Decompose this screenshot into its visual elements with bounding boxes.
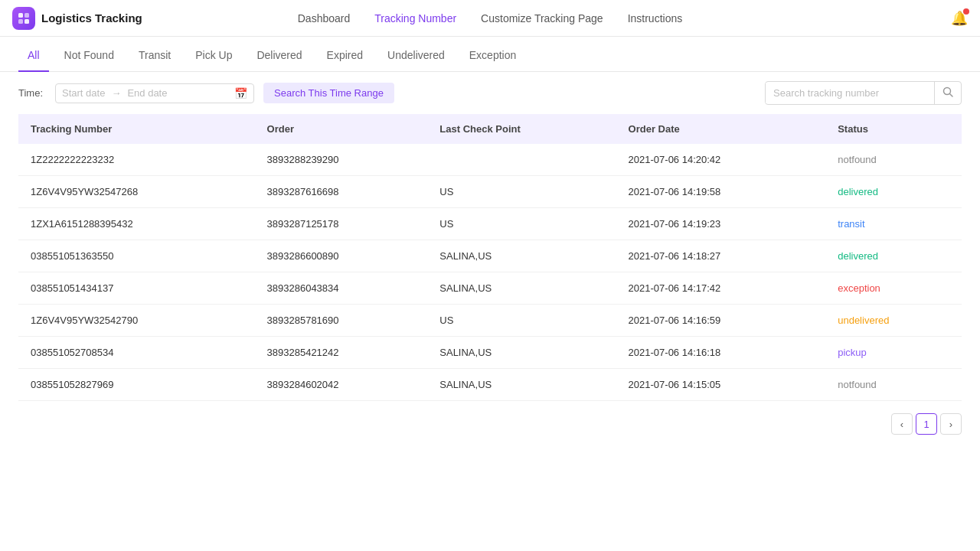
- svg-rect-1: [24, 13, 29, 18]
- cell-order: 3893287125178: [255, 208, 428, 240]
- cell-tracking-number: 1Z2222222223232: [18, 144, 255, 176]
- nav-customize[interactable]: Customize Tracking Page: [481, 12, 603, 24]
- svg-rect-0: [18, 13, 23, 18]
- nav-tracking-number[interactable]: Tracking Number: [374, 12, 456, 24]
- search-box: [765, 81, 962, 105]
- cell-tracking-number: 038551051363550: [18, 240, 255, 272]
- cell-order: 3893286600890: [255, 240, 428, 272]
- app-logo-icon: [12, 7, 35, 30]
- cell-tracking-number: 038551051434137: [18, 272, 255, 305]
- nav-instructions[interactable]: Instructions: [628, 12, 683, 24]
- cell-order-date: 2021-07-06 14:16:59: [616, 305, 826, 337]
- tab-pickup[interactable]: Pick Up: [186, 37, 241, 72]
- cell-order: 3893286043834: [255, 272, 428, 305]
- tab-transit[interactable]: Transit: [129, 37, 180, 72]
- col-tracking-number: Tracking Number: [18, 114, 255, 144]
- cell-tracking-number: 1Z6V4V95YW32547268: [18, 176, 255, 208]
- table-row[interactable]: 1Z222222222323238932882392902021-07-06 1…: [18, 144, 962, 176]
- toolbar: Time: Start date → End date 📅 Search Thi…: [0, 72, 980, 114]
- cell-last-check-point: US: [427, 208, 616, 240]
- search-time-range-button[interactable]: Search This Time Range: [263, 83, 394, 103]
- col-last-check-point: Last Check Point: [427, 114, 616, 144]
- svg-line-5: [950, 94, 953, 97]
- notification-bell[interactable]: 🔔: [951, 10, 968, 27]
- tab-undelivered[interactable]: Undelivered: [378, 37, 454, 72]
- table-header-row: Tracking Number Order Last Check Point O…: [18, 114, 962, 144]
- date-separator: →: [111, 87, 121, 99]
- cell-status: exception: [825, 272, 962, 305]
- col-order: Order: [255, 114, 428, 144]
- logo-area: Logistics Tracking: [12, 7, 165, 30]
- app-title: Logistics Tracking: [41, 11, 142, 24]
- cell-last-check-point: SALINA,US: [427, 337, 616, 369]
- cell-tracking-number: 038551052708534: [18, 337, 255, 369]
- col-status: Status: [825, 114, 962, 144]
- main-content: All Not Found Transit Pick Up Delivered …: [0, 37, 980, 551]
- cell-status: pickup: [825, 337, 962, 369]
- pagination-next[interactable]: ›: [940, 413, 962, 435]
- cell-order-date: 2021-07-06 14:15:05: [616, 369, 826, 401]
- cell-order-date: 2021-07-06 14:18:27: [616, 240, 826, 272]
- tab-exception[interactable]: Exception: [460, 37, 525, 72]
- table-row[interactable]: 0385510528279693893284602042SALINA,US202…: [18, 369, 962, 401]
- tab-all[interactable]: All: [18, 37, 49, 72]
- col-order-date: Order Date: [616, 114, 826, 144]
- tab-expired[interactable]: Expired: [318, 37, 372, 72]
- cell-order: 3893284602042: [255, 369, 428, 401]
- filter-tabs: All Not Found Transit Pick Up Delivered …: [0, 37, 980, 72]
- tracking-table: Tracking Number Order Last Check Point O…: [18, 114, 962, 401]
- search-input[interactable]: [766, 83, 934, 103]
- table-row[interactable]: 1Z6V4V95YW325427903893285781690US2021-07…: [18, 305, 962, 337]
- start-date-placeholder: Start date: [62, 87, 105, 99]
- table-row[interactable]: 0385510527085343893285421242SALINA,US202…: [18, 337, 962, 369]
- tab-delivered[interactable]: Delivered: [247, 37, 311, 72]
- cell-last-check-point: [427, 144, 616, 176]
- calendar-icon: 📅: [234, 87, 247, 99]
- tab-notfound[interactable]: Not Found: [55, 37, 123, 72]
- cell-last-check-point: SALINA,US: [427, 272, 616, 305]
- table-row[interactable]: 1Z6V4V95YW325472683893287616698US2021-07…: [18, 176, 962, 208]
- cell-order-date: 2021-07-06 14:16:18: [616, 337, 826, 369]
- cell-last-check-point: US: [427, 176, 616, 208]
- cell-status: delivered: [825, 176, 962, 208]
- cell-status: transit: [825, 208, 962, 240]
- pagination-page-1[interactable]: 1: [916, 413, 937, 435]
- cell-order-date: 2021-07-06 14:19:23: [616, 208, 826, 240]
- svg-rect-2: [18, 19, 23, 24]
- table-row[interactable]: 0385510514341373893286043834SALINA,US202…: [18, 272, 962, 305]
- search-button[interactable]: [934, 82, 961, 104]
- svg-rect-3: [24, 19, 29, 24]
- time-label: Time:: [18, 87, 43, 99]
- cell-last-check-point: SALINA,US: [427, 369, 616, 401]
- cell-tracking-number: 1ZX1A6151288395432: [18, 208, 255, 240]
- notification-dot: [963, 8, 969, 15]
- cell-status: notfound: [825, 369, 962, 401]
- cell-last-check-point: US: [427, 305, 616, 337]
- cell-status: notfound: [825, 144, 962, 176]
- cell-order: 3893287616698: [255, 176, 428, 208]
- cell-status: delivered: [825, 240, 962, 272]
- table-container: Tracking Number Order Last Check Point O…: [0, 114, 980, 401]
- cell-last-check-point: SALINA,US: [427, 240, 616, 272]
- cell-order-date: 2021-07-06 14:17:42: [616, 272, 826, 305]
- table-row[interactable]: 1ZX1A61512883954323893287125178US2021-07…: [18, 208, 962, 240]
- cell-status: undelivered: [825, 305, 962, 337]
- main-nav: Dashboard Tracking Number Customize Trac…: [165, 12, 815, 24]
- nav-dashboard[interactable]: Dashboard: [298, 12, 351, 24]
- cell-order: 3893285421242: [255, 337, 428, 369]
- table-row[interactable]: 0385510513635503893286600890SALINA,US202…: [18, 240, 962, 272]
- pagination-prev[interactable]: ‹: [891, 413, 913, 435]
- pagination: ‹ 1 ›: [0, 401, 980, 447]
- cell-order-date: 2021-07-06 14:20:42: [616, 144, 826, 176]
- date-range-picker[interactable]: Start date → End date 📅: [55, 83, 254, 103]
- cell-order-date: 2021-07-06 14:19:58: [616, 176, 826, 208]
- header: Logistics Tracking Dashboard Tracking Nu…: [0, 0, 980, 37]
- cell-tracking-number: 1Z6V4V95YW32542790: [18, 305, 255, 337]
- end-date-placeholder: End date: [127, 87, 167, 99]
- cell-order: 3893288239290: [255, 144, 428, 176]
- cell-tracking-number: 038551052827969: [18, 369, 255, 401]
- cell-order: 3893285781690: [255, 305, 428, 337]
- header-right: 🔔: [815, 10, 968, 27]
